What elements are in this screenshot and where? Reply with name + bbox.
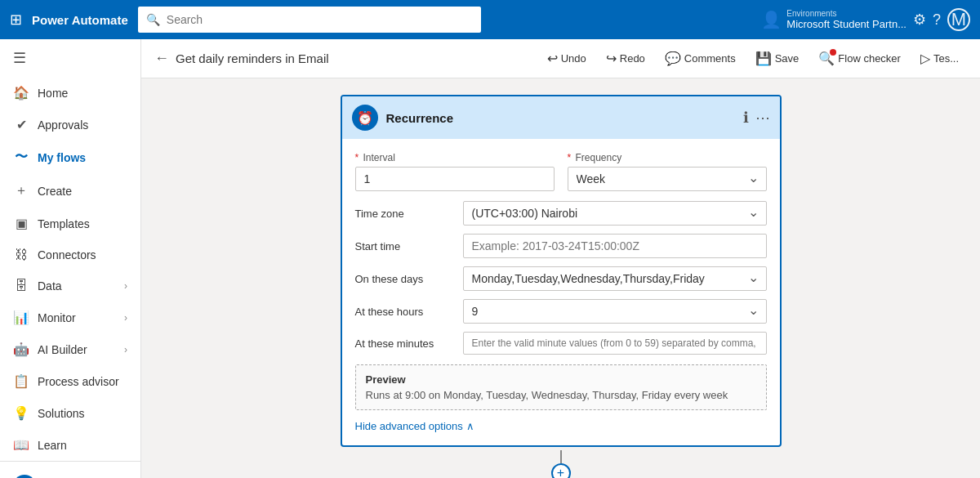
recurrence-more-button[interactable]: ⋯ (755, 109, 770, 127)
comments-button[interactable]: 💬 Comments (657, 46, 744, 71)
preview-title: Preview (366, 373, 756, 386)
settings-icon[interactable]: ⚙ (913, 11, 926, 29)
on-these-days-label: On these days (355, 273, 453, 285)
sidebar-item-label: AI Builder (38, 343, 87, 356)
recurrence-title: Recurrence (386, 111, 735, 125)
start-time-control (463, 234, 767, 258)
comments-label: Comments (684, 52, 736, 65)
frequency-required: * (568, 152, 572, 163)
flow-checker-label: Flow checker (838, 52, 901, 65)
test-label: Tes... (933, 52, 959, 65)
at-these-minutes-input[interactable] (463, 332, 767, 355)
sidebar-item-home[interactable]: 🏠 Home (0, 77, 140, 109)
undo-icon: ↩ (547, 51, 558, 66)
back-button[interactable]: ← (154, 50, 169, 67)
timezone-control: (UTC+03:00) Nairobi (463, 201, 767, 226)
at-these-minutes-label: At these minutes (355, 337, 453, 350)
chevron-down-icon: › (124, 344, 127, 355)
create-icon: ＋ (13, 182, 29, 199)
search-bar[interactable]: 🔍 (138, 7, 481, 33)
process-advisor-icon: 📋 (13, 373, 29, 389)
timezone-select-wrapper: (UTC+03:00) Nairobi (463, 201, 767, 226)
hide-advanced-label: Hide advanced options (355, 420, 463, 432)
redo-button[interactable]: ↪ Redo (598, 46, 653, 71)
sub-header: ← Get daily reminders in Email ↩ Undo ↪ … (141, 39, 980, 78)
sidebar-item-monitor[interactable]: 📊 Monitor › (0, 302, 140, 333)
add-step-button[interactable]: + (551, 463, 571, 478)
comments-icon: 💬 (665, 51, 681, 66)
sidebar-item-ai-builder[interactable]: 🤖 AI Builder › (0, 333, 140, 365)
recurrence-header-actions: ℹ ⋯ (743, 109, 770, 127)
at-these-hours-label: At these hours (355, 306, 453, 318)
sidebar-bottom: A Ask a chatbot (0, 461, 140, 478)
content-area: ← Get daily reminders in Email ↩ Undo ↪ … (141, 39, 980, 478)
data-icon: 🗄 (13, 279, 29, 293)
sidebar-item-connectors[interactable]: ⛓ Connectors (0, 239, 140, 270)
timezone-label: Time zone (355, 208, 453, 220)
on-these-days-select[interactable]: Monday,Tuesday,Wednesday,Thursday,Friday (463, 266, 767, 291)
on-these-days-row: On these days Monday,Tuesday,Wednesday,T… (355, 266, 767, 291)
canvas: ⏰ Recurrence ℹ ⋯ * Interval (141, 78, 980, 478)
sidebar-item-label: Learn (38, 439, 67, 452)
sidebar-item-data[interactable]: 🗄 Data › (0, 270, 140, 302)
preview-box: Preview Runs at 9:00 on Monday, Tuesday,… (355, 364, 767, 410)
interval-input[interactable] (355, 167, 555, 191)
waffle-icon[interactable]: ⊞ (10, 11, 22, 29)
undo-button[interactable]: ↩ Undo (539, 46, 595, 71)
sidebar-item-templates[interactable]: ▣ Templates (0, 208, 140, 239)
flow-title: Get daily reminders in Email (176, 51, 329, 65)
search-input[interactable] (167, 13, 473, 26)
chatbot-avatar: A (13, 475, 36, 478)
sidebar-item-approvals[interactable]: ✔ Approvals (0, 109, 140, 141)
hamburger-button[interactable]: ☰ (0, 39, 140, 77)
flow-checker-button[interactable]: 🔍 Flow checker (810, 46, 909, 71)
sidebar-item-process-advisor[interactable]: 📋 Process advisor (0, 365, 140, 397)
my-flows-icon: 〜 (13, 149, 29, 166)
sidebar-item-label: Home (38, 87, 68, 100)
error-badge (830, 49, 836, 56)
sidebar-item-label: Data (38, 279, 62, 293)
interval-frequency-row: * Interval * Frequency (355, 152, 767, 191)
at-these-minutes-control (463, 332, 767, 355)
test-button[interactable]: ▷ Tes... (912, 46, 967, 71)
environment-icon: 👤 (761, 10, 782, 29)
timezone-row: Time zone (UTC+03:00) Nairobi (355, 201, 767, 226)
test-icon: ▷ (920, 51, 930, 66)
sidebar-item-solutions[interactable]: 💡 Solutions (0, 397, 140, 429)
start-time-row: Start time (355, 234, 767, 258)
learn-icon: 📖 (13, 437, 29, 453)
on-these-days-control: Monday,Tuesday,Wednesday,Thursday,Friday (463, 266, 767, 291)
timezone-select[interactable]: (UTC+03:00) Nairobi (463, 201, 767, 226)
redo-icon: ↪ (606, 51, 617, 66)
recurrence-icon: ⏰ (352, 105, 378, 131)
hide-advanced-button[interactable]: Hide advanced options ∧ (355, 420, 767, 432)
interval-required: * (355, 152, 359, 163)
templates-icon: ▣ (13, 216, 29, 231)
env-label: Environments (786, 9, 906, 18)
recurrence-info-button[interactable]: ℹ (743, 109, 749, 127)
environment-selector[interactable]: 👤 Environments Microsoft Student Partn..… (761, 9, 906, 30)
at-these-hours-select-wrapper: 9 (463, 299, 767, 324)
home-icon: 🏠 (13, 85, 29, 101)
search-icon: 🔍 (146, 13, 160, 26)
frequency-label: * Frequency (568, 152, 767, 163)
frequency-select[interactable]: Week Day Hour Minute (568, 167, 767, 191)
ask-chatbot-button[interactable]: A Ask a chatbot (0, 468, 140, 478)
solutions-icon: 💡 (13, 405, 29, 421)
connectors-icon: ⛓ (13, 248, 29, 262)
start-time-input[interactable] (463, 234, 767, 258)
help-icon[interactable]: ? (933, 11, 941, 29)
profile-icon[interactable]: M (947, 8, 970, 31)
save-button[interactable]: 💾 Save (747, 46, 808, 71)
at-these-hours-control: 9 (463, 299, 767, 324)
sidebar-item-my-flows[interactable]: 〜 My flows (0, 141, 140, 174)
sidebar-item-learn[interactable]: 📖 Learn (0, 429, 140, 461)
at-these-hours-select[interactable]: 9 (463, 299, 767, 324)
recurrence-card-header: ⏰ Recurrence ℹ ⋯ (342, 96, 780, 139)
undo-label: Undo (561, 52, 586, 65)
at-these-minutes-row: At these minutes (355, 332, 767, 355)
sidebar-item-create[interactable]: ＋ Create (0, 174, 140, 208)
chevron-up-icon: ∧ (466, 420, 474, 432)
sidebar-item-label: Monitor (38, 311, 76, 324)
monitor-icon: 📊 (13, 310, 29, 325)
